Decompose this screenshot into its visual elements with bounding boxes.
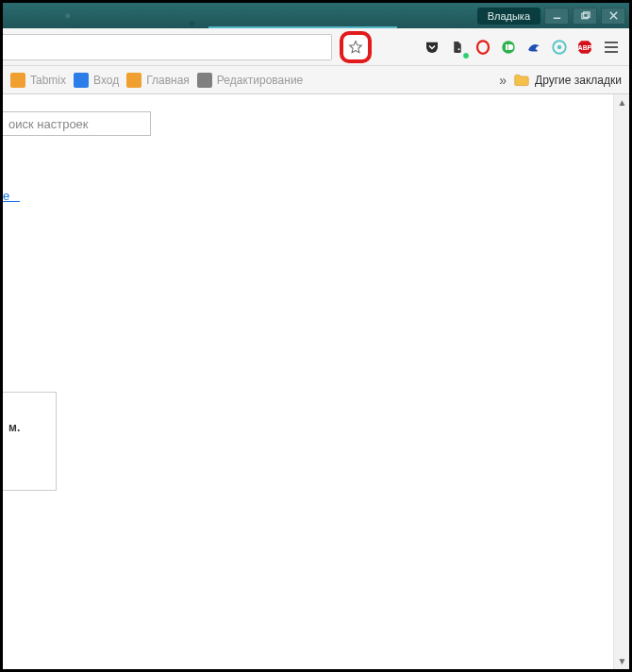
svg-text:ABP: ABP: [578, 44, 592, 51]
favicon-icon: [10, 73, 25, 88]
minimize-button[interactable]: [544, 8, 569, 25]
evernote-icon[interactable]: [446, 36, 469, 59]
bookmarks-bar: Tabmix Вход Главная Редактирование » Дру…: [3, 66, 629, 94]
page-content: оиск настроек е м. ▲ ▼: [3, 94, 629, 669]
maximize-icon: [580, 10, 590, 21]
folder-icon: [514, 74, 529, 87]
bookmark-label: Редактирование: [217, 74, 303, 87]
app-menu-button[interactable]: [599, 35, 624, 59]
bookmark-star-highlight: [340, 31, 372, 63]
favicon-icon: [74, 73, 89, 88]
dolphin-icon[interactable]: [523, 36, 545, 59]
hamburger-icon: [604, 41, 619, 54]
favicon-icon: [126, 73, 141, 88]
svg-rect-12: [605, 42, 618, 43]
partial-link[interactable]: е: [3, 189, 20, 202]
window-titlebar: Владыка: [3, 3, 629, 28]
bookmark-item[interactable]: Tabmix: [10, 73, 66, 88]
avast-icon[interactable]: [548, 36, 571, 59]
star-icon: [347, 39, 364, 56]
scrollbar-down-button[interactable]: ▼: [614, 653, 629, 669]
card-text-fragment: м.: [8, 421, 20, 434]
vertical-scrollbar[interactable]: ▲ ▼: [613, 94, 629, 669]
settings-card-fragment: м.: [3, 392, 57, 491]
pushbullet-icon[interactable]: [497, 36, 520, 59]
pocket-icon[interactable]: [421, 36, 443, 59]
bookmark-label: Tabmix: [30, 74, 66, 87]
adblock-icon[interactable]: ABP: [574, 36, 596, 59]
badge-dot: [462, 52, 470, 59]
other-bookmarks-label: Другие закладки: [535, 74, 622, 87]
settings-search-placeholder: оиск настроек: [8, 117, 89, 131]
svg-rect-13: [605, 46, 618, 48]
address-toolbar: ABP: [3, 28, 629, 66]
settings-search-input[interactable]: оиск настроек: [3, 111, 151, 136]
svg-point-6: [477, 41, 489, 54]
bookmark-star-button[interactable]: [345, 37, 366, 58]
svg-point-10: [557, 44, 562, 49]
svg-rect-14: [605, 51, 618, 53]
user-profile-pill[interactable]: Владыка: [477, 8, 541, 25]
favicon-icon: [197, 73, 212, 88]
svg-point-5: [458, 48, 460, 50]
bookmark-item[interactable]: Редактирование: [197, 73, 303, 88]
bookmark-item[interactable]: Главная: [126, 73, 190, 88]
bookmark-item[interactable]: Вход: [74, 73, 119, 88]
bookmark-label: Вход: [93, 74, 119, 87]
active-tab-indicator: [208, 26, 397, 28]
omnibox[interactable]: [2, 34, 332, 60]
minimize-icon: [552, 10, 562, 21]
other-bookmarks-folder[interactable]: Другие закладки: [514, 74, 622, 87]
opera-icon[interactable]: [472, 36, 494, 59]
maximize-button[interactable]: [573, 8, 597, 25]
scrollbar-up-button[interactable]: ▲: [614, 94, 629, 110]
close-icon: [608, 10, 619, 21]
bookmark-label: Главная: [146, 74, 190, 87]
close-button[interactable]: [601, 8, 625, 25]
svg-rect-8: [506, 44, 507, 50]
bookmarks-overflow-button[interactable]: »: [499, 73, 507, 88]
